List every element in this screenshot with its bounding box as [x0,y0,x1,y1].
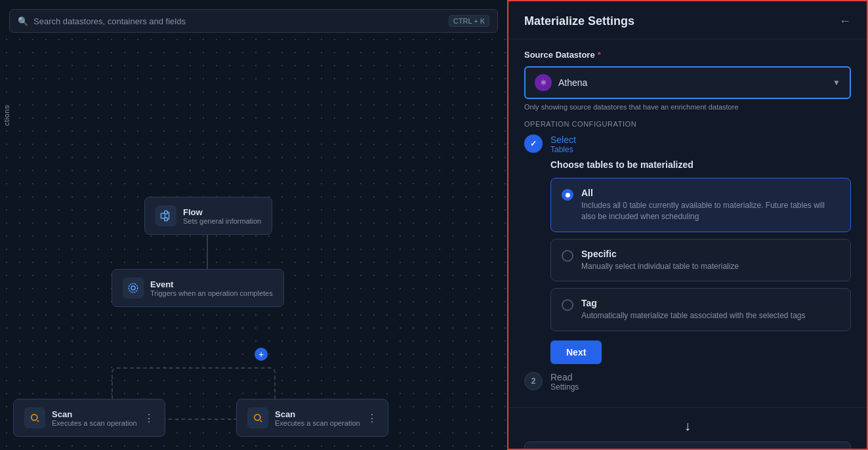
svg-point-6 [131,286,135,290]
left-panel: 🔍 Search datastores, containers and fiel… [0,0,507,450]
option-specific-content: Specific Manually select individual tabl… [581,249,739,272]
event-node-subtitle: Triggers when an operation completes [150,289,273,297]
option-specific-desc: Manually select individual table to mate… [581,261,739,272]
scan2-node-icon [247,407,268,428]
search-bar[interactable]: 🔍 Search datastores, containers and fiel… [9,9,498,33]
step-1-title: Select [550,134,851,145]
flow-node-icon [155,205,176,226]
choose-tables-title: Choose tables to be materialized [550,159,851,170]
datastore-value: Athena [558,77,826,88]
choose-tables-section: Choose tables to be materialized All Inc… [550,159,851,364]
step-2-title: Read [550,372,851,382]
option-tag-card[interactable]: Tag Automatically materialize table asso… [550,288,851,331]
search-placeholder: Search datastores, containers and fields [33,16,186,26]
close-panel-button[interactable]: ← [839,14,851,28]
option-tag-title: Tag [581,298,806,308]
option-specific-card[interactable]: Specific Manually select individual tabl… [550,239,851,282]
scan1-node-subtitle: Executes a scan operation [52,419,137,427]
option-all-content: All Includes all 0 table currently avail… [581,188,840,222]
event-node-title: Event [150,279,273,289]
flow-node-subtitle: Sets general information [183,217,261,225]
svg-point-8 [31,415,37,420]
arrow-down-icon: ↓ [524,419,851,434]
option-all-desc: Includes all 0 table currently available… [581,200,840,222]
option-tag-content: Tag Automatically materialize table asso… [581,298,806,321]
scan1-options-button[interactable]: ⋮ [144,412,154,424]
panel-header: Materialize Settings ← [508,1,867,39]
bottom-section: ↓ 🗄 Enrichment Datastore Bank Enrichment… [508,407,867,450]
scan2-node-title: Scan [275,409,360,419]
svg-point-9 [255,415,260,420]
flow-canvas: Flow Sets general information Event Trig… [0,39,507,450]
scan-node-1[interactable]: Scan Executes a scan operation ⋮ [13,399,165,437]
step-1-row: ✓ Select Tables [524,134,851,154]
source-datastore-label: Source Datastore * [524,50,851,60]
scan2-node-subtitle: Executes a scan operation [275,419,360,427]
option-specific-title: Specific [581,249,739,259]
svg-rect-1 [165,211,168,215]
source-datastore-select[interactable]: ⚛ Athena ▼ [524,66,851,99]
option-all-title: All [581,188,840,198]
step-1-subtitle: Tables [550,145,851,154]
connector-flow-event [207,233,208,272]
step-1-content: Select Tables [550,134,851,154]
required-indicator: * [598,50,601,60]
datastore-hint: Only showing source datastores that have… [524,103,851,111]
materialize-settings-panel: Materialize Settings ← Source Datastore … [507,0,868,450]
event-node-icon [123,277,144,298]
scan-node-2[interactable]: Scan Executes a scan operation ⋮ [236,399,388,437]
flow-node[interactable]: Flow Sets general information [144,197,272,235]
radio-inner-dot [566,193,570,197]
search-icon: 🔍 [18,16,28,26]
option-specific-radio [562,250,573,262]
next-button[interactable]: Next [550,340,602,364]
step-2-content: Read Settings [550,372,851,392]
op-config-label: Operation Configuration [524,120,851,128]
option-all-radio [562,189,573,201]
scan2-options-button[interactable]: ⋮ [367,412,377,424]
svg-point-7 [129,283,138,293]
flow-node-title: Flow [183,207,261,217]
event-node[interactable]: Event Triggers when an operation complet… [112,269,284,307]
step-2-subtitle: Settings [550,382,851,392]
panel-body: Source Datastore * ⚛ Athena ▼ Only showi… [508,39,867,407]
panel-title: Materialize Settings [524,14,634,28]
search-shortcut: CTRL + K [449,15,489,27]
option-all-card[interactable]: All Includes all 0 table currently avail… [550,178,851,232]
option-tag-desc: Automatically materialize table associat… [581,310,806,321]
scan1-node-title: Scan [52,409,137,419]
scan1-node-icon [24,407,45,428]
dropdown-arrow-icon: ▼ [833,78,840,87]
option-tag-radio [562,299,573,311]
add-node-button[interactable]: + [255,348,268,361]
step-2-row: 2 Read Settings [524,372,851,392]
enrichment-card: 🗄 Enrichment Datastore Bank Enrichment i [524,441,851,450]
step-1-indicator: ✓ [524,134,543,153]
step-2-indicator: 2 [524,372,543,390]
svg-rect-2 [165,218,168,221]
datastore-icon: ⚛ [535,74,552,91]
